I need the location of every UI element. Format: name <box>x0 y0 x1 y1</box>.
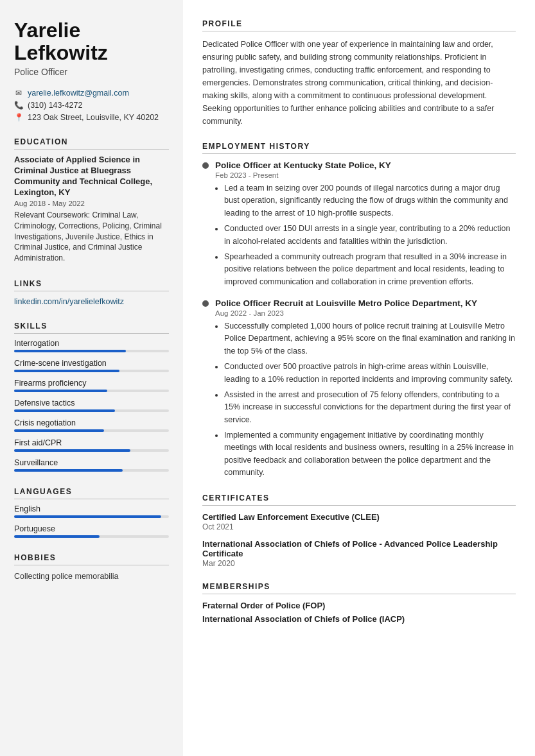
skill-bar-fill <box>14 469 123 472</box>
skill-item: First aid/CPR <box>14 438 169 452</box>
cert-name: International Association of Chiefs of P… <box>202 539 516 558</box>
education-section-title: EDUCATION <box>14 137 169 150</box>
certificates-list: Certified Law Enforcement Executive (CLE… <box>202 512 516 568</box>
job-header: Police Officer Recruit at Louisville Met… <box>202 298 516 308</box>
cert-date: Oct 2021 <box>202 522 516 531</box>
memberships-list: Fraternal Order of Police (FOP)Internati… <box>202 601 516 624</box>
skill-bar-bg <box>14 409 169 412</box>
job-title: Police Officer Recruit at Louisville Met… <box>215 298 477 308</box>
name-block: YarelieLefkowitz Police Officer <box>14 19 169 77</box>
skill-item: Crime-scene investigation <box>14 359 169 372</box>
job-entry: Police Officer at Kentucky State Police,… <box>202 160 516 288</box>
job-dates: Feb 2023 - Present <box>215 171 516 179</box>
skill-bar-fill <box>14 350 126 352</box>
membership-entry: International Association of Chiefs of P… <box>202 614 516 624</box>
skill-label: Crime-scene investigation <box>14 359 169 368</box>
skill-bar-fill <box>14 390 107 392</box>
job-bullet: Assisted in the arrest and prosecution o… <box>224 389 516 426</box>
job-dot <box>202 162 209 169</box>
candidate-title: Police Officer <box>14 67 169 77</box>
lang-bar-fill <box>14 535 100 538</box>
cert-name: Certified Law Enforcement Executive (CLE… <box>202 512 516 522</box>
job-title: Police Officer at Kentucky State Police,… <box>215 160 391 170</box>
lang-label: Portuguese <box>14 524 169 533</box>
edu-dates: Aug 2018 - May 2022 <box>14 200 169 207</box>
skill-label: Firearms proficiency <box>14 379 169 388</box>
skill-label: Surveillance <box>14 458 169 467</box>
languages-list: English Portuguese <box>14 504 169 538</box>
job-entry: Police Officer Recruit at Louisville Met… <box>202 298 516 479</box>
skill-bar-fill <box>14 409 115 412</box>
skill-bar-bg <box>14 370 169 372</box>
certificates-section-title: CERTIFICATES <box>202 494 516 506</box>
skill-bar-fill <box>14 449 130 452</box>
skill-item: Crisis negotiation <box>14 418 169 432</box>
skill-label: First aid/CPR <box>14 438 169 447</box>
address-text: 123 Oak Street, Louisville, KY 40202 <box>28 113 159 122</box>
edu-degree: Associate of Applied Science in Criminal… <box>14 155 169 198</box>
job-bullet: Led a team in seizing over 200 pounds of… <box>224 182 516 219</box>
hobbies-text: Collecting police memorabilia <box>14 571 169 583</box>
skill-bar-bg <box>14 449 169 452</box>
lang-label: English <box>14 504 169 513</box>
jobs-list: Police Officer at Kentucky State Police,… <box>202 160 516 479</box>
address-contact: 📍 123 Oak Street, Louisville, KY 40202 <box>14 113 169 122</box>
lang-bar-fill <box>14 515 161 518</box>
edu-coursework: Relevant Coursework: Criminal Law, Crimi… <box>14 210 169 264</box>
phone-contact: 📞 (310) 143-4272 <box>14 101 169 110</box>
employment-section-title: EMPLOYMENT HISTORY <box>202 142 516 154</box>
location-icon: 📍 <box>14 113 23 122</box>
job-dates: Aug 2022 - Jan 2023 <box>215 309 516 317</box>
job-bullets: Led a team in seizing over 200 pounds of… <box>215 182 516 288</box>
links-section-title: LINKS <box>14 279 169 291</box>
linkedin-link-container: linkedin.com/in/yarelielefkowitz <box>14 296 169 306</box>
cert-entry: International Association of Chiefs of P… <box>202 539 516 568</box>
job-bullet: Spearheaded a community outreach program… <box>224 251 516 288</box>
phone-number: (310) 143-4272 <box>28 101 82 110</box>
job-dot <box>202 300 209 307</box>
skill-bar-bg <box>14 390 169 392</box>
linkedin-link[interactable]: linkedin.com/in/yarelielefkowitz <box>14 297 124 306</box>
profile-section: PROFILE Dedicated Police Officer with on… <box>202 19 516 128</box>
left-column: YarelieLefkowitz Police Officer ✉ yareli… <box>0 0 183 756</box>
cert-entry: Certified Law Enforcement Executive (CLE… <box>202 512 516 531</box>
skill-item: Defensive tactics <box>14 399 169 412</box>
skill-item: Surveillance <box>14 458 169 472</box>
right-column: PROFILE Dedicated Police Officer with on… <box>183 0 535 756</box>
skill-item: Interrogation <box>14 339 169 352</box>
skill-bar-bg <box>14 350 169 352</box>
employment-section: EMPLOYMENT HISTORY Police Officer at Ken… <box>202 142 516 479</box>
cert-date: Mar 2020 <box>202 559 516 568</box>
language-item: English <box>14 504 169 518</box>
resume-container: YarelieLefkowitz Police Officer ✉ yareli… <box>0 0 535 756</box>
email-icon: ✉ <box>14 89 23 98</box>
lang-bar-bg <box>14 535 169 538</box>
job-bullet: Conducted over 500 proactive patrols in … <box>224 361 516 386</box>
email-link[interactable]: yarelie.lefkowitz@gmail.com <box>28 89 129 98</box>
candidate-name: YarelieLefkowitz <box>14 19 169 64</box>
skills-section-title: SKILLS <box>14 322 169 334</box>
skill-bar-bg <box>14 469 169 472</box>
lang-bar-bg <box>14 515 169 518</box>
skill-label: Crisis negotiation <box>14 418 169 427</box>
skill-label: Interrogation <box>14 339 169 348</box>
profile-section-title: PROFILE <box>202 19 516 31</box>
job-bullet: Implemented a community engagement initi… <box>224 429 516 479</box>
education-entry: Associate of Applied Science in Criminal… <box>14 155 169 264</box>
hobbies-section-title: HOBBIES <box>14 553 169 565</box>
contact-info: ✉ yarelie.lefkowitz@gmail.com 📞 (310) 14… <box>14 89 169 122</box>
phone-icon: 📞 <box>14 101 23 110</box>
skill-label: Defensive tactics <box>14 399 169 408</box>
membership-entry: Fraternal Order of Police (FOP) <box>202 601 516 610</box>
memberships-section: MEMBERSHIPS Fraternal Order of Police (F… <box>202 582 516 624</box>
language-item: Portuguese <box>14 524 169 538</box>
skill-bar-bg <box>14 429 169 432</box>
job-bullets: Successfully completed 1,000 hours of po… <box>215 320 516 479</box>
certificates-section: CERTIFICATES Certified Law Enforcement E… <box>202 494 516 568</box>
skill-bar-fill <box>14 370 119 372</box>
skill-bar-fill <box>14 429 104 432</box>
job-header: Police Officer at Kentucky State Police,… <box>202 160 516 170</box>
profile-text: Dedicated Police Officer with one year o… <box>202 38 516 128</box>
languages-section-title: LANGUAGES <box>14 487 169 499</box>
skill-item: Firearms proficiency <box>14 379 169 392</box>
